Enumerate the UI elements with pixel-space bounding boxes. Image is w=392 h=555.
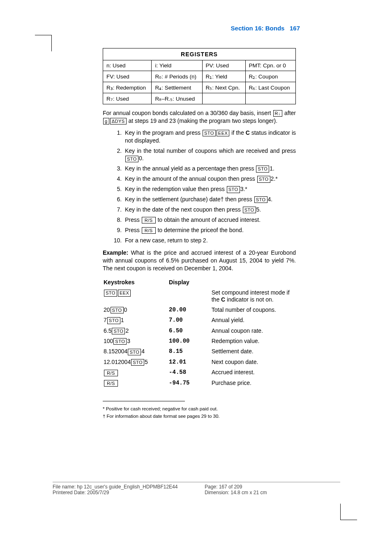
reg-cell: R₅: Next Cpn.: [202, 82, 245, 93]
sto-key: STO: [257, 176, 270, 182]
example-text: What is the price and accrued interest o…: [103, 249, 296, 272]
footer-dimension: Dimension: 14.8 cm x 21 cm: [205, 490, 340, 495]
step-item: Key in the settlement (purchase) date† t…: [123, 196, 296, 203]
rs-key: R/S: [104, 380, 118, 387]
description-cell: Purchase price.: [212, 378, 295, 388]
reg-cell: R₆: Last Coupon: [245, 82, 295, 93]
step-text: 4.: [268, 196, 273, 203]
eex-key: EEX: [118, 290, 131, 296]
step-text: Key in the date of the next coupon then …: [125, 206, 242, 213]
step-item: Press R/S to determine the priceof the b…: [123, 226, 296, 234]
intro-paragraph: For annual coupon bonds calculated on a …: [103, 109, 296, 125]
reg-cell: R₃: Redemption: [103, 82, 152, 93]
example-row: R/S-4.58Accrued interest.: [104, 368, 295, 377]
step-text: 0.: [139, 155, 144, 161]
reg-cell: R₀: # Periods (n): [152, 71, 202, 82]
steps-list: Key in the program and press STOEEX if t…: [123, 129, 296, 244]
example-row: 7STO17.00Annual yield.: [104, 315, 295, 325]
example-row: 20STO020.00Total number of coupons.: [104, 305, 295, 315]
step-bold: C: [246, 129, 250, 136]
footer-page: Page: 167 of 209: [205, 484, 340, 490]
display-cell: -4.58: [169, 368, 211, 377]
reg-cell: [245, 93, 295, 104]
example-row: STOEEXSet compound interest mode if the …: [104, 288, 295, 304]
reg-cell: FV: Used: [103, 71, 152, 82]
page-number: 167: [290, 25, 300, 32]
ex-header-keystrokes: Keystrokes: [104, 277, 168, 287]
step-text: Press: [125, 216, 141, 223]
sto-key: STO: [112, 328, 125, 334]
reg-cell: i: Yield: [152, 60, 202, 71]
step-text: Key in the total number of coupons which…: [125, 147, 296, 154]
description-cell: Annual coupon rate.: [212, 326, 295, 336]
step-text: 2.*: [271, 175, 278, 182]
sto-key: STO: [128, 349, 141, 355]
example-table: Keystrokes Display STOEEXSet compound in…: [103, 276, 296, 389]
step-item: Key in the date of the next coupon then …: [123, 206, 296, 214]
rs-key: R/S: [142, 217, 156, 223]
reg-cell: R₁: Yield: [202, 71, 245, 82]
step-text: Press: [125, 227, 141, 233]
step-text: if the: [230, 129, 245, 136]
intro-text: after: [283, 110, 296, 116]
keystrokes-cell: 20STO0: [104, 305, 168, 315]
reg-cell: n: Used: [103, 60, 152, 71]
example-row: 8.152004STO48.15Settlement date.: [104, 347, 295, 356]
step-item: Key in the total number of coupons which…: [123, 147, 296, 163]
reg-cell: [202, 93, 245, 104]
step-item: Key in the program and press STOEEX if t…: [123, 129, 296, 145]
sto-key: STO: [243, 207, 256, 213]
reg-cell: PV: Used: [202, 60, 245, 71]
description-cell: Next coupon date.: [212, 357, 295, 367]
example-row: 100STO3100.00Redemption value.: [104, 336, 295, 346]
keystrokes-cell: R/S: [104, 378, 168, 388]
step-item: Key in the amount of the annual coupon t…: [123, 175, 296, 183]
example-row: R/S-94.75Purchase price.: [104, 378, 295, 388]
section-title: Section 16: Bonds: [231, 25, 285, 32]
footer-date: Printered Date: 2005/7/29: [53, 490, 205, 495]
section-header: Section 16: Bonds 167: [58, 25, 341, 32]
display-cell: [169, 288, 211, 304]
keystrokes-cell: 12.012004STO5: [104, 357, 168, 367]
reg-cell: R₄: Settlement: [152, 82, 202, 93]
step-item: Press R/S to obtain the amount of accrue…: [123, 216, 296, 224]
rs-key: R/S: [104, 370, 118, 376]
sto-key: STO: [104, 290, 117, 296]
display-cell: 20.00: [169, 305, 211, 315]
step-text: to obtain the amount of accrued interest…: [156, 216, 261, 223]
example-paragraph: Example: What is the price and accrued i…: [103, 249, 296, 272]
reg-cell: PMT: Cpn. or 0: [245, 60, 295, 71]
description-cell: Accrued interest.: [212, 368, 295, 377]
example-label: Example:: [103, 249, 128, 256]
sto-key: STO: [113, 338, 127, 345]
footnote-2: † For information about date format see …: [103, 414, 296, 419]
eex-key: EEX: [217, 130, 230, 136]
example-row: 6.5STO26.50Annual coupon rate.: [104, 326, 295, 336]
rs-key: R/S: [142, 227, 156, 234]
step-text: 1.: [270, 165, 274, 172]
step-text: Key in the annual yield as a percentage …: [125, 165, 256, 172]
delta-dys-key: ΔDYS: [110, 118, 127, 124]
reg-cell: R₈–R.₅: Unused: [152, 93, 202, 104]
sto-key: STO: [254, 196, 267, 203]
description-cell: Settlement date.: [212, 347, 295, 356]
sto-key: STO: [111, 307, 124, 313]
page-content: Section 16: Bonds 167 REGISTERS n: Used …: [58, 25, 341, 421]
registers-title: REGISTERS: [103, 48, 296, 60]
description-cell: Total number of coupons.: [212, 305, 295, 315]
crop-mark-tl: [35, 23, 60, 47]
example-row: 12.012004STO512.01Next coupon date.: [104, 357, 295, 367]
step-text: 5.: [256, 206, 261, 213]
page-footer: File name: hp 12c_user's guide_English_H…: [53, 482, 340, 495]
step-text: Key in the redemption value then press: [125, 186, 226, 192]
step-item: Key in the redemption value then press S…: [123, 185, 296, 193]
sto-key: STO: [203, 130, 216, 136]
step-text: Key in the amount of the annual coupon t…: [125, 175, 257, 182]
sto-key: STO: [107, 317, 120, 324]
description-cell: Set compound interest mode if the C indi…: [212, 288, 295, 304]
step-item: For a new case, return to step 2.: [123, 237, 296, 244]
keystrokes-cell: 7STO1: [104, 315, 168, 325]
footer-filename: File name: hp 12c_user's guide_English_H…: [53, 484, 205, 490]
crop-mark-br: [332, 508, 357, 532]
keystrokes-cell: 8.152004STO4: [104, 347, 168, 356]
